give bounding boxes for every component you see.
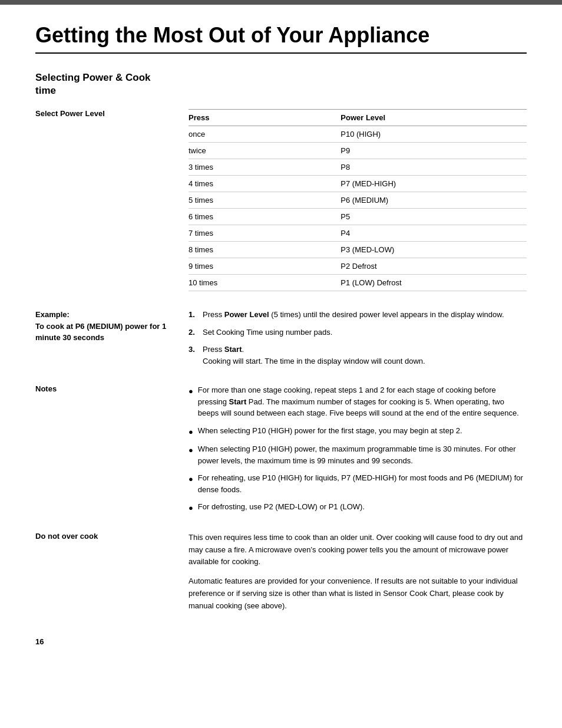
- step-1: 1. Press Power Level (5 times) until the…: [189, 309, 527, 321]
- bullet-dot-3: ●: [189, 444, 193, 466]
- dnoc-right: This oven requires less time to cook tha…: [189, 532, 527, 620]
- bullet-dot-4: ●: [189, 473, 193, 495]
- step-3-num: 3.: [189, 344, 198, 367]
- notes-left: Notes: [35, 384, 189, 520]
- power-cell: P2 Defrost: [340, 258, 527, 275]
- select-power-label: Select Power Level: [35, 109, 177, 118]
- power-cell: P7 (MED-HIGH): [340, 176, 527, 192]
- power-table: Press Power Level onceP10 (HIGH)twiceP93…: [189, 109, 527, 291]
- power-right-col: Press Power Level onceP10 (HIGH)twiceP93…: [189, 109, 527, 291]
- bullet-dot-2: ●: [189, 426, 193, 438]
- example-right: 1. Press Power Level (5 times) until the…: [189, 309, 527, 373]
- press-cell: once: [189, 126, 340, 143]
- note-1-text: For more than one stage cooking, repeat …: [198, 384, 527, 419]
- table-row: 8 timesP3 (MED-LOW): [189, 242, 527, 258]
- dnoc-para-2: Automatic features are provided for your…: [189, 575, 527, 612]
- power-cell: P6 (MEDIUM): [340, 192, 527, 209]
- example-section: Example: To cook at P6 (MEDIUM) power fo…: [35, 309, 527, 373]
- example-sub: To cook at P6 (MEDIUM) power for 1 minut…: [35, 321, 177, 344]
- table-row: 10 timesP1 (LOW) Defrost: [189, 275, 527, 291]
- bullet-dot-1: ●: [189, 386, 193, 419]
- step-2-text: Set Cooking Time using number pads.: [203, 327, 332, 338]
- col2-header: Power Level: [340, 110, 527, 126]
- note-2: ● When selecting P10 (HIGH) power for th…: [189, 425, 527, 438]
- table-row: twiceP9: [189, 143, 527, 159]
- note-4: ● For reheating, use P10 (HIGH) for liqu…: [189, 472, 527, 495]
- note-4-text: For reheating, use P10 (HIGH) for liquid…: [198, 472, 527, 495]
- dnoc-section: Do not over cook This oven requires less…: [35, 532, 527, 620]
- section-title: Selecting Power & Cook time: [35, 71, 153, 97]
- top-bar: [0, 0, 562, 5]
- press-cell: 7 times: [189, 225, 340, 242]
- step-2: 2. Set Cooking Time using number pads.: [189, 327, 527, 338]
- example-left: Example: To cook at P6 (MEDIUM) power fo…: [35, 309, 189, 373]
- power-cell: P5: [340, 209, 527, 225]
- notes-label: Notes: [35, 384, 177, 393]
- power-cell: P9: [340, 143, 527, 159]
- table-row: 5 timesP6 (MEDIUM): [189, 192, 527, 209]
- bullet-dot-5: ●: [189, 502, 193, 514]
- note-1: ● For more than one stage cooking, repea…: [189, 384, 527, 419]
- power-cell: P3 (MED-LOW): [340, 242, 527, 258]
- power-cell: P4: [340, 225, 527, 242]
- step-2-num: 2.: [189, 327, 198, 338]
- notes-right: ● For more than one stage cooking, repea…: [189, 384, 527, 520]
- press-cell: 8 times: [189, 242, 340, 258]
- press-cell: twice: [189, 143, 340, 159]
- step-3: 3. Press Start.Cooking will start. The t…: [189, 344, 527, 367]
- table-row: 9 timesP2 Defrost: [189, 258, 527, 275]
- note-2-text: When selecting P10 (HIGH) power for the …: [198, 425, 462, 438]
- dnoc-para-1: This oven requires less time to cook tha…: [189, 532, 527, 568]
- press-cell: 6 times: [189, 209, 340, 225]
- power-cell: P8: [340, 159, 527, 176]
- dnoc-label: Do not over cook: [35, 532, 177, 541]
- note-3: ● When selecting P10 (HIGH) power, the m…: [189, 443, 527, 466]
- example-label: Example:: [35, 309, 177, 321]
- power-left-col: Select Power Level: [35, 109, 189, 291]
- step-1-num: 1.: [189, 309, 198, 321]
- page-content: Getting the Most Out of Your Appliance S…: [0, 5, 562, 670]
- step-3-text: Press Start.Cooking will start. The time…: [203, 344, 425, 367]
- note-3-text: When selecting P10 (HIGH) power, the max…: [198, 443, 527, 466]
- page-title: Getting the Most Out of Your Appliance: [35, 22, 527, 54]
- note-5-text: For defrosting, use P2 (MED-LOW) or P1 (…: [198, 501, 365, 514]
- press-cell: 9 times: [189, 258, 340, 275]
- steps-list: 1. Press Power Level (5 times) until the…: [189, 309, 527, 367]
- table-row: 3 timesP8: [189, 159, 527, 176]
- power-cell: P10 (HIGH): [340, 126, 527, 143]
- power-level-section: Select Power Level Press Power Level onc…: [35, 109, 527, 291]
- step-1-text: Press Power Level (5 times) until the de…: [203, 309, 504, 321]
- press-cell: 3 times: [189, 159, 340, 176]
- power-cell: P1 (LOW) Defrost: [340, 275, 527, 291]
- page-number: 16: [35, 637, 527, 646]
- table-row: 7 timesP4: [189, 225, 527, 242]
- press-cell: 4 times: [189, 176, 340, 192]
- table-row: onceP10 (HIGH): [189, 126, 527, 143]
- notes-section: Notes ● For more than one stage cooking,…: [35, 384, 527, 520]
- table-row: 4 timesP7 (MED-HIGH): [189, 176, 527, 192]
- notes-list: ● For more than one stage cooking, repea…: [189, 384, 527, 514]
- col1-header: Press: [189, 110, 340, 126]
- note-5: ● For defrosting, use P2 (MED-LOW) or P1…: [189, 501, 527, 514]
- dnoc-left: Do not over cook: [35, 532, 189, 620]
- press-cell: 5 times: [189, 192, 340, 209]
- table-row: 6 timesP5: [189, 209, 527, 225]
- press-cell: 10 times: [189, 275, 340, 291]
